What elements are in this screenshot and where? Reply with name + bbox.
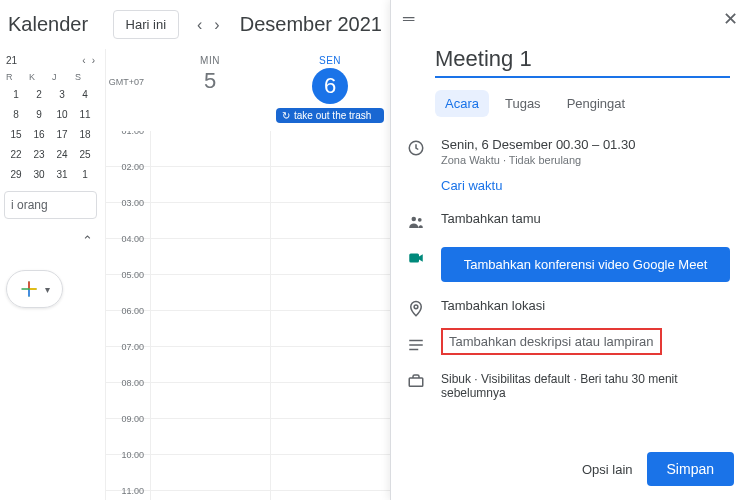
- time-cell[interactable]: [150, 131, 270, 166]
- mini-prev-icon[interactable]: ‹: [82, 55, 85, 66]
- tab-event[interactable]: Acara: [435, 90, 489, 117]
- time-cell[interactable]: [270, 347, 390, 382]
- mini-date[interactable]: 25: [75, 146, 95, 163]
- event-chip[interactable]: ↻ take out the trash: [276, 108, 384, 123]
- location-icon: [407, 300, 427, 318]
- hour-label: 04.00: [106, 234, 150, 269]
- day-header[interactable]: SEN 6 ↻ take out the trash: [270, 49, 390, 131]
- mini-date[interactable]: 4: [75, 86, 95, 103]
- recurring-icon: ↻: [282, 110, 290, 121]
- svg-rect-3: [409, 254, 419, 263]
- plus-icon: [19, 279, 39, 299]
- hour-label: 10.00: [106, 450, 150, 485]
- svg-point-4: [414, 305, 418, 309]
- time-row: 11.00: [106, 491, 390, 500]
- mini-date[interactable]: 8: [6, 106, 26, 123]
- app-title: Kalender: [8, 13, 88, 36]
- mini-date[interactable]: 15: [6, 126, 26, 143]
- mini-date[interactable]: 3: [52, 86, 72, 103]
- time-cell[interactable]: [270, 419, 390, 454]
- time-cell[interactable]: [150, 311, 270, 346]
- time-cell[interactable]: [270, 311, 390, 346]
- description-icon: [407, 336, 427, 354]
- datetime-row[interactable]: Senin, 6 Desember 00.30 – 01.30 Zona Wak…: [441, 137, 730, 166]
- time-cell[interactable]: [270, 455, 390, 490]
- drag-handle-icon[interactable]: ═: [403, 10, 414, 28]
- hour-label: 08.00: [106, 378, 150, 413]
- hour-label: 02.00: [106, 162, 150, 197]
- tab-task[interactable]: Tugas: [495, 90, 551, 117]
- hour-label: 07.00: [106, 342, 150, 377]
- create-button[interactable]: ▾: [6, 270, 63, 308]
- svg-rect-8: [409, 378, 423, 386]
- chevron-down-icon: ▾: [45, 284, 50, 295]
- time-cell[interactable]: [150, 203, 270, 238]
- time-cell[interactable]: [270, 131, 390, 166]
- my-calendars-toggle[interactable]: ⌃: [0, 227, 101, 254]
- svg-rect-5: [409, 340, 423, 342]
- hour-label: 09.00: [106, 414, 150, 449]
- mini-date[interactable]: 2: [29, 86, 49, 103]
- tab-reminder[interactable]: Pengingat: [557, 90, 636, 117]
- mini-date[interactable]: 16: [29, 126, 49, 143]
- time-cell[interactable]: [150, 455, 270, 490]
- next-period-icon[interactable]: ›: [210, 12, 223, 38]
- mini-date[interactable]: 10: [52, 106, 72, 123]
- mini-date[interactable]: 1: [6, 86, 26, 103]
- mini-date[interactable]: 18: [75, 126, 95, 143]
- time-cell[interactable]: [150, 419, 270, 454]
- mini-date[interactable]: 31: [52, 166, 72, 183]
- mini-date[interactable]: 23: [29, 146, 49, 163]
- svg-point-1: [412, 217, 417, 222]
- mini-date[interactable]: 1: [75, 166, 95, 183]
- timezone-label: GMT+07: [106, 49, 150, 131]
- hour-label: 05.00: [106, 270, 150, 305]
- find-time-link[interactable]: Cari waktu: [441, 174, 750, 203]
- meet-icon: [407, 249, 427, 267]
- svg-rect-6: [409, 344, 423, 346]
- time-cell[interactable]: [270, 383, 390, 418]
- mini-dow: R: [6, 72, 26, 82]
- mini-date[interactable]: 11: [75, 106, 95, 123]
- time-cell[interactable]: [150, 383, 270, 418]
- time-cell[interactable]: [270, 275, 390, 310]
- prev-period-icon[interactable]: ‹: [193, 12, 206, 38]
- mini-date[interactable]: 24: [52, 146, 72, 163]
- time-cell[interactable]: [150, 239, 270, 274]
- add-location-input[interactable]: Tambahkan lokasi: [441, 298, 730, 313]
- visibility-row[interactable]: Sibuk · Visibilitas default · Beri tahu …: [441, 372, 730, 400]
- time-cell[interactable]: [270, 203, 390, 238]
- mini-next-icon[interactable]: ›: [92, 55, 95, 66]
- search-people-input[interactable]: i orang: [4, 191, 97, 219]
- today-button[interactable]: Hari ini: [113, 10, 179, 39]
- mini-date[interactable]: 22: [6, 146, 26, 163]
- mini-dow: K: [29, 72, 49, 82]
- close-icon[interactable]: ✕: [723, 8, 738, 30]
- event-title-input[interactable]: [435, 42, 730, 78]
- hour-label: 01.00: [106, 131, 150, 161]
- mini-date[interactable]: 30: [29, 166, 49, 183]
- briefcase-icon: [407, 372, 427, 390]
- time-cell[interactable]: [150, 347, 270, 382]
- more-options-link[interactable]: Opsi lain: [582, 462, 633, 477]
- mini-date[interactable]: 29: [6, 166, 26, 183]
- mini-date[interactable]: 17: [52, 126, 72, 143]
- time-cell[interactable]: [270, 167, 390, 202]
- mini-date[interactable]: 9: [29, 106, 49, 123]
- add-guests-input[interactable]: Tambahkan tamu: [441, 211, 730, 226]
- save-button[interactable]: Simpan: [647, 452, 734, 486]
- hour-label: 03.00: [106, 198, 150, 233]
- mini-dow: S: [75, 72, 95, 82]
- hour-label: 11.00: [106, 486, 150, 500]
- day-header[interactable]: MIN 5: [150, 49, 270, 131]
- month-label: Desember 2021: [240, 13, 382, 36]
- time-cell[interactable]: [150, 275, 270, 310]
- time-cell[interactable]: [270, 239, 390, 274]
- add-description-input[interactable]: Tambahkan deskripsi atau lampiran: [441, 328, 662, 355]
- clock-icon: [407, 139, 427, 157]
- add-meet-button[interactable]: Tambahkan konferensi video Google Meet: [441, 247, 730, 282]
- time-cell[interactable]: [270, 491, 390, 500]
- hour-label: 06.00: [106, 306, 150, 341]
- time-cell[interactable]: [150, 491, 270, 500]
- time-cell[interactable]: [150, 167, 270, 202]
